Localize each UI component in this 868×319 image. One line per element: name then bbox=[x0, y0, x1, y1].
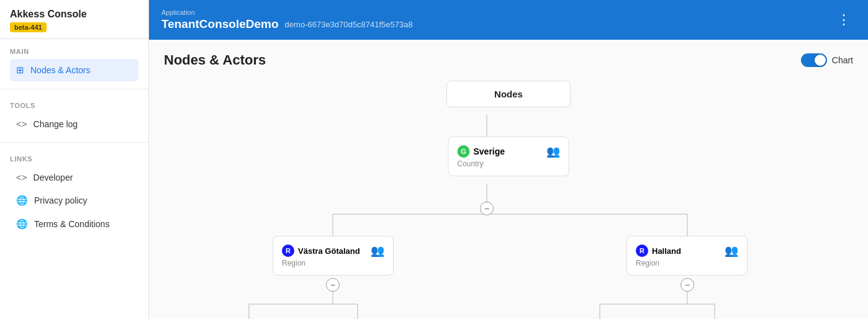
sidebar-item-nodes-actors[interactable]: ⊞ Nodes & Actors bbox=[10, 59, 138, 81]
app-title: TenantConsoleDemo bbox=[161, 17, 279, 31]
app-sublabel: Application bbox=[161, 9, 413, 16]
main-content: Application TenantConsoleDemo demo-6673e… bbox=[149, 0, 868, 319]
node-root[interactable]: Nodes bbox=[446, 81, 571, 107]
sverige-collapse-btn[interactable]: − bbox=[480, 202, 494, 215]
sverige-actors-icon[interactable]: 👥 bbox=[546, 145, 560, 158]
page-header: Nodes & Actors Chart bbox=[164, 52, 853, 68]
sidebar-item-label: Terms & Conditions bbox=[34, 219, 109, 229]
vastra-row: R Västra Götaland 👥 bbox=[282, 244, 384, 258]
page-body: Nodes & Actors Chart bbox=[149, 40, 868, 319]
sidebar-section-main: MAIN ⊞ Nodes & Actors bbox=[0, 39, 148, 85]
header-menu-button[interactable]: ⋮ bbox=[832, 9, 856, 30]
chart-toggle[interactable] bbox=[801, 53, 827, 67]
sverige-name-row: G Sverige bbox=[458, 145, 505, 158]
code-icon: <> bbox=[16, 119, 27, 129]
brand-title: Akkess Console bbox=[10, 9, 138, 20]
sverige-sublabel: Country bbox=[458, 160, 560, 168]
sidebar-item-change-log[interactable]: <> Change log bbox=[10, 113, 138, 135]
chart-toggle-container: Chart bbox=[801, 53, 853, 67]
tree-svg bbox=[164, 81, 853, 317]
halland-sublabel: Region bbox=[636, 259, 738, 267]
chart-label: Chart bbox=[832, 55, 853, 65]
vastra-badge: R bbox=[282, 245, 294, 257]
sidebar-item-label: Developer bbox=[34, 173, 73, 182]
sidebar-item-developer[interactable]: <> Developer bbox=[10, 166, 138, 188]
node-halland[interactable]: R Halland 👥 Region bbox=[626, 236, 748, 276]
halland-name-row: R Halland bbox=[636, 245, 681, 257]
halland-badge: R bbox=[636, 245, 648, 257]
section-label-tools: TOOLS bbox=[10, 102, 138, 109]
app-header: Application TenantConsoleDemo demo-6673e… bbox=[149, 0, 868, 40]
vastra-name: Västra Götaland bbox=[298, 246, 360, 256]
toggle-track bbox=[801, 53, 827, 67]
globe-icon-terms: 🌐 bbox=[16, 218, 28, 230]
node-sverige[interactable]: G Sverige 👥 Country bbox=[448, 137, 569, 176]
vastra-actors-icon[interactable]: 👥 bbox=[371, 244, 384, 258]
sidebar: Akkess Console beta-441 MAIN ⊞ Nodes & A… bbox=[0, 0, 149, 319]
halland-name: Halland bbox=[652, 246, 681, 256]
toggle-thumb bbox=[815, 55, 826, 66]
section-label-links: LINKS bbox=[10, 155, 138, 163]
grid-icon: ⊞ bbox=[16, 65, 24, 76]
halland-collapse-btn[interactable]: − bbox=[680, 278, 694, 292]
app-header-left: Application TenantConsoleDemo demo-6673e… bbox=[161, 9, 413, 31]
sidebar-section-tools: TOOLS <> Change log bbox=[0, 93, 148, 138]
sverige-row: G Sverige 👥 bbox=[458, 145, 560, 158]
sidebar-section-links: LINKS <> Developer 🌐 Privacy policy 🌐 Te… bbox=[0, 146, 148, 239]
page-title: Nodes & Actors bbox=[164, 52, 266, 68]
vastra-collapse-btn[interactable]: − bbox=[326, 278, 340, 292]
root-label: Nodes bbox=[456, 89, 561, 99]
sidebar-item-label: Change log bbox=[34, 119, 78, 129]
sidebar-brand: Akkess Console beta-441 bbox=[0, 0, 148, 39]
halland-row: R Halland 👥 bbox=[636, 244, 738, 258]
brand-badge: beta-441 bbox=[10, 22, 47, 32]
sidebar-item-privacy-policy[interactable]: 🌐 Privacy policy bbox=[10, 189, 138, 212]
sverige-badge: G bbox=[458, 145, 470, 158]
vastra-sublabel: Region bbox=[282, 259, 384, 267]
app-title-row: TenantConsoleDemo demo-6673e3d70d5c8741f… bbox=[161, 17, 413, 31]
sverige-name: Sverige bbox=[474, 146, 505, 156]
sidebar-item-label: Privacy policy bbox=[34, 195, 88, 205]
sidebar-item-terms-conditions[interactable]: 🌐 Terms & Conditions bbox=[10, 213, 138, 235]
code-icon-dev: <> bbox=[16, 172, 27, 182]
app-id: demo-6673e3d70d5c8741f5e573a8 bbox=[285, 20, 413, 29]
globe-icon-privacy: 🌐 bbox=[16, 195, 28, 206]
sidebar-item-label: Nodes & Actors bbox=[30, 65, 91, 75]
node-vastra[interactable]: R Västra Götaland 👥 Region bbox=[273, 236, 394, 276]
tree-container: Nodes G Sverige 👥 Country − bbox=[164, 81, 853, 317]
section-label-main: MAIN bbox=[10, 48, 138, 55]
vastra-name-row: R Västra Götaland bbox=[282, 245, 360, 257]
halland-actors-icon[interactable]: 👥 bbox=[725, 244, 738, 258]
